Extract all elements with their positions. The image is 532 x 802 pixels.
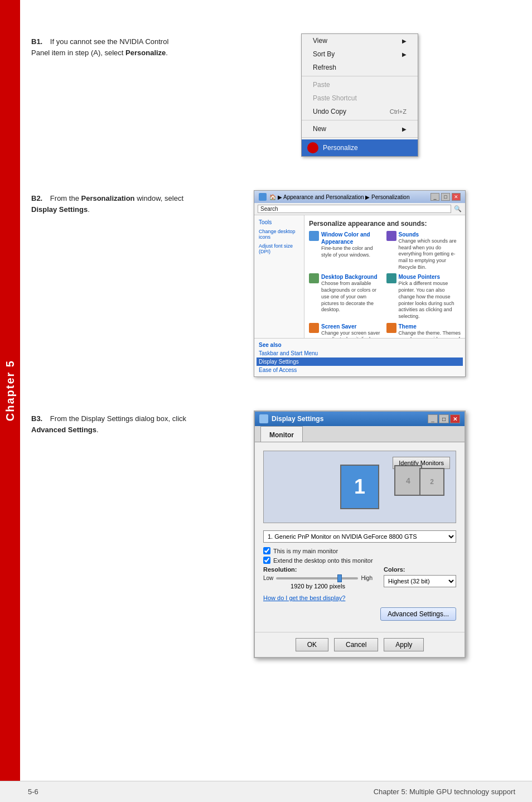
search-icon[interactable]: 🔍 — [454, 205, 462, 212]
search-bar: Search — [258, 205, 451, 213]
win-footer: See also Taskbar and Start Menu Display … — [254, 338, 465, 376]
b1-label: B1. — [31, 37, 42, 46]
main-monitor-checkbox[interactable] — [263, 547, 270, 554]
colors-block: Colors: Highest (32 bit) — [384, 566, 456, 590]
desktop-bg-text: Desktop Background Choose from available… — [321, 273, 384, 313]
menu-item-paste-shortcut-label: Paste Shortcut — [313, 94, 357, 102]
separator-3 — [302, 137, 418, 138]
section-b2: B2. From the Personalization window, sel… — [31, 190, 515, 377]
p-item-screen-saver: Screen Saver Change your screen saver as… — [309, 323, 384, 338]
dialog-icon — [259, 414, 268, 423]
sidebar-adjust-font[interactable]: Adjust font size (DPI) — [257, 242, 301, 255]
help-link-row: How do I get the best display? — [263, 594, 456, 602]
resolution-value: 1920 by 1200 pixels — [263, 583, 373, 590]
menu-item-new-label: New — [313, 125, 326, 133]
chapter-label: Chapter 5 — [4, 360, 17, 421]
menu-item-personalize[interactable]: Personalize — [302, 139, 418, 156]
win-close-btn[interactable]: ✕ — [452, 193, 461, 201]
b3-image: Display Settings _ □ ✕ Monitor Identify … — [204, 410, 515, 658]
menu-item-paste: Paste — [302, 78, 418, 91]
win-body: Tools Change desktop icons Adjust font s… — [254, 215, 465, 338]
dialog-minimize-btn[interactable]: _ — [428, 414, 438, 423]
help-link[interactable]: How do I get the best display? — [263, 595, 345, 601]
monitor-select[interactable]: 1. Generic PnP Monitor on NVIDIA GeForce… — [263, 530, 456, 543]
menu-item-personalize-label: Personalize — [323, 144, 358, 152]
resolution-colors-row: Resolution: Low High 1920 by 1200 pixels — [263, 566, 456, 590]
menu-item-paste-shortcut: Paste Shortcut — [302, 91, 418, 105]
menu-item-sortby[interactable]: Sort By — [302, 47, 418, 61]
dialog-title-text: Display Settings — [272, 415, 323, 423]
menu-item-new[interactable]: New — [302, 122, 418, 136]
dialog-body: Identify Monitors 1 4 2 1. Generic PnP M… — [255, 442, 465, 632]
menu-item-refresh[interactable]: Refresh — [302, 61, 418, 74]
p-item-sounds: Sounds Change which sounds are heard whe… — [386, 231, 461, 270]
extend-checkbox[interactable] — [263, 557, 270, 564]
sidebar-tools[interactable]: Tools — [257, 218, 301, 226]
colors-select[interactable]: Highest (32 bit) — [384, 575, 456, 587]
monitor-preview: Identify Monitors 1 4 2 — [263, 451, 456, 523]
b2-text-content: From the Personalization window, select … — [31, 194, 183, 214]
display-settings-dialog: Display Settings _ □ ✕ Monitor Identify … — [254, 410, 466, 658]
win-title-left: 🏠 ▶ Appearance and Personalization ▶ Per… — [259, 193, 409, 201]
mouse-icon — [386, 273, 396, 283]
resolution-label: Resolution: — [263, 566, 373, 573]
dialog-titlebar: Display Settings _ □ ✕ — [255, 412, 465, 426]
p-item-theme: Theme Change the theme. Themes can chang… — [386, 323, 461, 338]
dialog-maximize-btn[interactable]: □ — [439, 414, 449, 423]
footer-see-also: See also — [259, 341, 461, 349]
win-minimize-btn[interactable]: _ — [431, 193, 439, 201]
desktop-bg-icon — [309, 273, 319, 283]
dialog-tab-monitor[interactable]: Monitor — [260, 426, 303, 442]
win-icon — [259, 193, 267, 201]
chapter-sidebar: Chapter 5 — [0, 0, 20, 781]
section-b1: B1. If you cannot see the NVIDIA Control… — [31, 33, 515, 157]
win-maximize-btn[interactable]: □ — [441, 193, 450, 201]
menu-item-undo-copy-label: Undo Copy — [313, 108, 346, 115]
ok-btn[interactable]: OK — [296, 638, 328, 651]
dialog-tabs: Monitor — [255, 426, 465, 442]
theme-icon — [386, 323, 396, 333]
dialog-close-btn[interactable]: ✕ — [450, 414, 460, 423]
win-title-text: 🏠 ▶ Appearance and Personalization ▶ Per… — [269, 194, 409, 200]
screen-saver-icon — [309, 323, 319, 333]
footer-chapter: Chapter 5: Multiple GPU technology suppo… — [374, 787, 515, 796]
slider-thumb[interactable] — [337, 574, 342, 582]
slider-track — [276, 577, 358, 579]
personalize-icon — [307, 142, 318, 153]
menu-item-sortby-label: Sort By — [313, 50, 335, 58]
mouse-text: Mouse Pointers Pick a different mouse po… — [399, 273, 461, 320]
win-controls: _ □ ✕ — [431, 193, 461, 201]
b3-label: B3. — [31, 414, 42, 423]
monitor-box-3: 2 — [419, 468, 444, 496]
footer-bar: 5-6 Chapter 5: Multiple GPU technology s… — [0, 781, 532, 802]
menu-item-undo-copy-shortcut: Ctrl+Z — [390, 108, 407, 115]
separator-2 — [302, 120, 418, 120]
apply-btn[interactable]: Apply — [384, 638, 424, 651]
b1-text: B1. If you cannot see the NVIDIA Control… — [31, 33, 187, 157]
window-color-text: Window Color and Appearance Fine-tune th… — [321, 231, 384, 258]
footer-page: 5-6 — [28, 787, 38, 796]
b1-image: View Sort By Refresh Paste Paste Shortcu… — [204, 33, 515, 157]
menu-item-undo-copy[interactable]: Undo Copy Ctrl+Z — [302, 105, 418, 118]
menu-item-view-label: View — [313, 37, 327, 45]
colors-label: Colors: — [384, 566, 456, 573]
menu-item-view[interactable]: View — [302, 34, 418, 47]
main-monitor-label: This is my main monitor — [273, 548, 338, 554]
win-toolbar: Search 🔍 — [254, 203, 465, 215]
advanced-settings-btn[interactable]: Advanced Settings... — [380, 607, 456, 621]
personalize-grid: Window Color and Appearance Fine-tune th… — [309, 231, 461, 338]
p-item-desktop-bg: Desktop Background Choose from available… — [309, 273, 384, 320]
footer-taskbar[interactable]: Taskbar and Start Menu — [259, 349, 461, 357]
footer-display-settings[interactable]: Display Settings — [257, 357, 463, 366]
win-main: Personalize appearance and sounds: Windo… — [304, 215, 465, 338]
b1-text-content: If you cannot see the NVIDIA Control Pan… — [31, 37, 168, 57]
cancel-btn[interactable]: Cancel — [334, 638, 378, 651]
dialog-footer: OK Cancel Apply — [255, 632, 465, 657]
checkbox-extend: Extend the desktop onto this monitor — [263, 557, 456, 564]
monitor-box-1: 1 — [340, 465, 379, 509]
sidebar-change-desktop[interactable]: Change desktop icons — [257, 228, 301, 241]
win-main-title: Personalize appearance and sounds: — [309, 220, 461, 228]
win-titlebar: 🏠 ▶ Appearance and Personalization ▶ Per… — [254, 191, 465, 203]
footer-ease[interactable]: Ease of Access — [259, 366, 461, 374]
separator-1 — [302, 76, 418, 76]
